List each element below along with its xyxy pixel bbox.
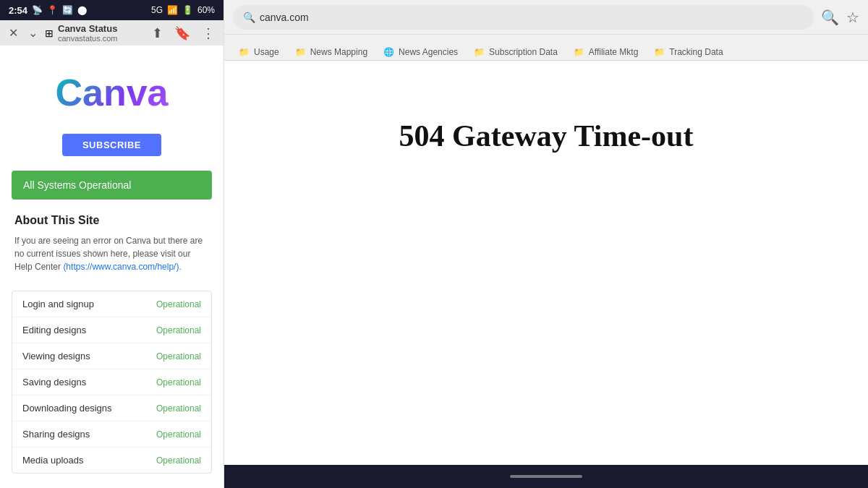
status-row: Login and signup Operational — [12, 291, 211, 317]
tab-folder-icon: 🌐 — [383, 47, 394, 57]
bottom-bar — [224, 465, 868, 488]
browser-tab[interactable]: 📁 News Mapping — [288, 44, 375, 60]
sync-icon: 🔄 — [62, 5, 73, 15]
tab-thumbnail-icon: ⊞ — [45, 27, 54, 39]
chevron-down-button[interactable]: ⌄ — [25, 23, 41, 43]
status-item-label: Viewing designs — [22, 351, 90, 361]
status-item-value: Operational — [156, 299, 201, 309]
notification-icon: 📡 — [32, 5, 43, 15]
status-item-value: Operational — [156, 403, 201, 414]
tab-label: Tracking Data — [669, 47, 723, 57]
app-subtitle: canvastatus.com — [58, 34, 145, 43]
signal-bars-icon: 📶 — [167, 5, 178, 15]
tab-folder-icon: 📁 — [474, 47, 485, 57]
more-options-button[interactable]: ⋮ — [199, 24, 218, 43]
status-item-label: Downloading designs — [22, 403, 112, 414]
status-row: Media uploads Operational — [12, 448, 211, 473]
browser-tab[interactable]: 📁 Subscription Data — [467, 44, 565, 60]
status-item-label: Sharing designs — [22, 429, 90, 440]
status-item-value: Operational — [156, 455, 201, 466]
status-item-value: Operational — [156, 377, 201, 388]
browser-bookmark-button[interactable]: ☆ — [846, 9, 859, 26]
tab-folder-icon: 📁 — [654, 47, 665, 57]
tab-label: News Agencies — [399, 47, 458, 57]
signal-label: 5G — [151, 5, 163, 15]
tab-folder-icon: 📁 — [239, 47, 250, 57]
status-row: Downloading designs Operational — [12, 395, 211, 421]
error-title: 504 Gateway Time-out — [399, 119, 694, 153]
all-systems-operational-banner: All Systems Operational — [12, 171, 212, 200]
status-list: Login and signup Operational Editing des… — [12, 291, 212, 474]
wifi-icon: 🔋 — [182, 5, 193, 15]
status-item-label: Media uploads — [22, 455, 84, 466]
status-item-value: Operational — [156, 351, 201, 361]
location-icon: 📍 — [47, 5, 58, 15]
browser-search-button[interactable]: 🔍 — [821, 9, 839, 26]
dot-icon: ⬤ — [77, 5, 87, 15]
address-box[interactable]: 🔍 canva.com — [233, 5, 814, 30]
status-time: 2:54 — [9, 5, 27, 16]
about-description: If you are seeing an error on Canva but … — [14, 234, 209, 273]
main-layout: 2:54 📡 📍 🔄 ⬤ 5G 📶 🔋 60% ✕ ⌄ ⊞ Canva Stat… — [0, 0, 868, 488]
browser-tab[interactable]: 📁 Affiliate Mktg — [566, 44, 645, 60]
status-bar: 2:54 📡 📍 🔄 ⬤ 5G 📶 🔋 60% — [0, 0, 224, 20]
help-center-link[interactable]: (https://www.canva.com/help/). — [63, 262, 181, 272]
status-item-label: Login and signup — [22, 299, 94, 309]
tab-label: Usage — [254, 47, 279, 57]
status-item-label: Saving designs — [22, 377, 86, 388]
tab-label: News Mapping — [310, 47, 367, 57]
tab-label: Subscription Data — [489, 47, 558, 57]
battery-label: 60% — [197, 5, 215, 15]
status-row: Editing designs Operational — [12, 317, 211, 343]
status-left: 2:54 📡 📍 🔄 ⬤ — [9, 5, 87, 16]
browser-tabs-row: 📁 Usage 📁 News Mapping 🌐 News Agencies 📁… — [224, 35, 868, 61]
canva-logo-text: Canva — [55, 71, 168, 114]
right-panel: 🔍 canva.com 🔍 ☆ 📁 Usage 📁 News Mapping 🌐… — [224, 0, 868, 488]
status-item-value: Operational — [156, 429, 201, 440]
status-row: Saving designs Operational — [12, 369, 211, 395]
nav-icons: ⬆ 🔖 ⋮ — [149, 24, 218, 43]
nav-title-area: Canva Status canvastatus.com — [58, 23, 145, 43]
status-row: Viewing designs Operational — [12, 343, 211, 369]
about-section: About This Site If you are seeing an err… — [12, 214, 212, 273]
status-item-value: Operational — [156, 325, 201, 335]
address-search-icon: 🔍 — [243, 12, 255, 23]
share-button[interactable]: ⬆ — [149, 24, 166, 43]
close-button[interactable]: ✕ — [6, 23, 21, 43]
status-right: 5G 📶 🔋 60% — [151, 5, 215, 15]
about-title: About This Site — [14, 214, 209, 227]
browser-address-bar: 🔍 canva.com 🔍 ☆ — [224, 0, 868, 35]
app-nav-header: ✕ ⌄ ⊞ Canva Status canvastatus.com ⬆ 🔖 ⋮ — [0, 20, 224, 46]
tab-label: Affiliate Mktg — [589, 47, 638, 57]
tab-folder-icon: 📁 — [295, 47, 306, 57]
browser-tab[interactable]: 📁 Usage — [231, 44, 286, 60]
subscribe-button[interactable]: SUBSCRIBE — [62, 134, 161, 156]
bookmark-button[interactable]: 🔖 — [171, 24, 193, 43]
app-title: Canva Status — [58, 23, 145, 34]
canva-page-content: Canva SUBSCRIBE All Systems Operational … — [0, 46, 224, 488]
bottom-indicator — [510, 475, 582, 478]
canva-logo: Canva — [40, 60, 184, 125]
error-page: 504 Gateway Time-out — [224, 61, 868, 465]
left-panel: 2:54 📡 📍 🔄 ⬤ 5G 📶 🔋 60% ✕ ⌄ ⊞ Canva Stat… — [0, 0, 224, 488]
tab-folder-icon: 📁 — [574, 47, 584, 57]
browser-tab[interactable]: 🌐 News Agencies — [376, 44, 465, 60]
status-item-label: Editing designs — [22, 325, 86, 335]
browser-tab[interactable]: 📁 Tracking Data — [647, 44, 730, 60]
address-url: canva.com — [260, 12, 309, 23]
status-row: Sharing designs Operational — [12, 421, 211, 448]
